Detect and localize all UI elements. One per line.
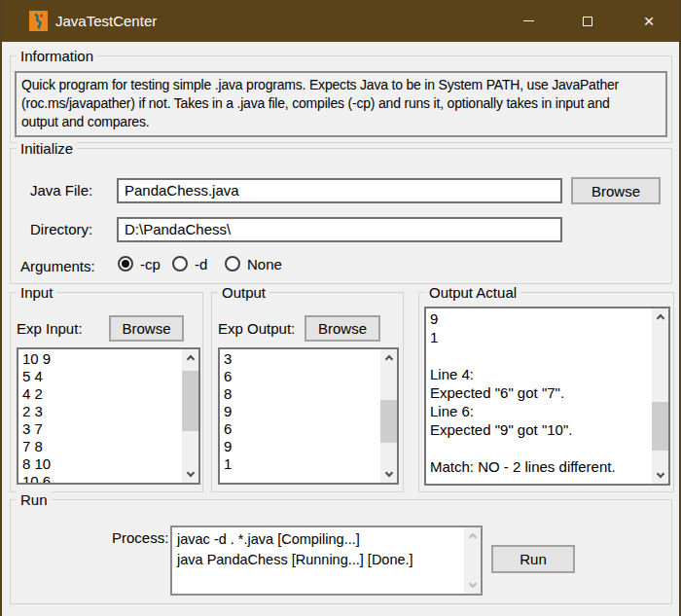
- input-scrollbar-thumb[interactable]: [182, 371, 198, 431]
- process-textarea[interactable]: javac -d . *.java [Compiling...] java Pa…: [170, 525, 483, 596]
- run-button[interactable]: Run: [491, 545, 575, 573]
- directory-label: Directory:: [30, 221, 92, 237]
- process-scroll-up-button: [464, 527, 481, 543]
- exp-output-browse-button[interactable]: Browse: [305, 315, 380, 342]
- maximize-icon: [583, 17, 592, 26]
- app-window: JavaTestCenter × Information Quick progr…: [0, 0, 681, 616]
- maximize-button[interactable]: [565, 0, 610, 42]
- radio-d-circle[interactable]: [172, 256, 188, 272]
- scroll-up-icon: [656, 314, 663, 322]
- output-actual-scrollbar-thumb[interactable]: [652, 402, 668, 451]
- output-scroll-down-button[interactable]: [380, 467, 397, 483]
- run-group-label: Run: [17, 491, 52, 508]
- information-group: Information Quick program for testing si…: [10, 55, 672, 143]
- scroll-up-icon: [186, 355, 194, 363]
- radio-d[interactable]: -d: [172, 255, 207, 272]
- scroll-up-icon: [468, 533, 476, 541]
- process-lines: javac -d . *.java [Compiling...] java Pa…: [172, 527, 464, 594]
- radio-none[interactable]: None: [225, 255, 282, 272]
- information-textbox[interactable]: Quick program for testing simple .java p…: [15, 71, 667, 137]
- run-group: Run Process: javac -d . *.java [Compilin…: [10, 499, 672, 604]
- output-group-label: Output: [218, 284, 269, 301]
- output-actual-group: Output Actual 9 1 Line 4: Expected "6" g…: [418, 292, 674, 492]
- exp-input-browse-button[interactable]: Browse: [109, 315, 184, 342]
- app-icon: [29, 11, 48, 31]
- radio-d-label[interactable]: -d: [195, 256, 207, 272]
- exp-input-label: Exp Input:: [17, 320, 83, 337]
- scroll-down-icon: [186, 469, 194, 477]
- scroll-down-icon: [384, 469, 392, 477]
- input-scroll-down-button[interactable]: [182, 467, 198, 483]
- java-file-field[interactable]: PandaChess.java: [117, 178, 562, 203]
- radio-cp[interactable]: -cp: [118, 255, 161, 272]
- information-text: Quick program for testing simple .java p…: [17, 73, 665, 135]
- java-file-label: Java File:: [30, 182, 92, 199]
- process-label: Process:: [112, 529, 168, 546]
- output-actual-scrollbar[interactable]: [652, 308, 668, 484]
- exp-output-lines: 3 6 8 9 6 9 1: [220, 349, 380, 483]
- output-actual-textarea[interactable]: 9 1 Line 4: Expected "6" got "7". Line 6…: [424, 307, 670, 486]
- arguments-label: Arguments:: [20, 258, 95, 274]
- exp-output-textarea[interactable]: 3 6 8 9 6 9 1: [218, 347, 399, 485]
- close-button[interactable]: ×: [627, 0, 671, 42]
- client-area: Information Quick program for testing si…: [2, 42, 679, 616]
- exp-input-textarea[interactable]: 10 9 5 4 4 2 2 3 3 7 7 8 8 10 10 6: [17, 347, 200, 485]
- scroll-down-icon: [468, 580, 476, 588]
- initialize-group-label: Initialize: [17, 140, 77, 157]
- scroll-down-icon: [656, 470, 663, 478]
- process-scrollbar: [464, 527, 481, 594]
- process-scroll-down-button: [464, 578, 481, 594]
- window-title: JavaTestCenter: [55, 0, 157, 42]
- minimize-icon: [523, 20, 534, 21]
- input-group: Input Exp Input: Browse 10 9 5 4 4 2 2 3…: [10, 292, 203, 492]
- initialize-group: Initialize Java File: PandaChess.java Br…: [10, 148, 672, 284]
- output-actual-scroll-up-button[interactable]: [652, 308, 668, 324]
- output-scroll-up-button[interactable]: [380, 349, 397, 365]
- output-scrollbar-thumb[interactable]: [380, 400, 397, 443]
- titlebar: JavaTestCenter ×: [0, 0, 681, 42]
- output-actual-group-label: Output Actual: [425, 284, 520, 301]
- output-scrollbar[interactable]: [380, 349, 397, 483]
- radio-none-circle[interactable]: [225, 256, 240, 272]
- input-group-label: Input: [17, 284, 56, 301]
- output-actual-scroll-down-button[interactable]: [652, 468, 668, 484]
- java-file-browse-button[interactable]: Browse: [571, 177, 661, 204]
- directory-field[interactable]: D:\PandaChess\: [117, 217, 562, 242]
- input-scrollbar[interactable]: [182, 349, 198, 483]
- radio-cp-label[interactable]: -cp: [140, 256, 161, 272]
- radio-none-label[interactable]: None: [247, 256, 282, 272]
- minimize-button[interactable]: [506, 0, 551, 42]
- information-group-label: Information: [17, 48, 97, 64]
- input-scroll-up-button[interactable]: [182, 349, 198, 365]
- exp-output-label: Exp Output:: [218, 320, 295, 337]
- radio-cp-circle[interactable]: [118, 256, 133, 272]
- output-group: Output Exp Output: Browse 3 6 8 9 6 9 1: [211, 292, 404, 492]
- scroll-up-icon: [384, 355, 392, 363]
- output-actual-lines: 9 1 Line 4: Expected "6" got "7". Line 6…: [426, 308, 652, 484]
- close-icon: ×: [643, 12, 654, 30]
- exp-input-lines: 10 9 5 4 4 2 2 3 3 7 7 8 8 10 10 6: [18, 349, 182, 483]
